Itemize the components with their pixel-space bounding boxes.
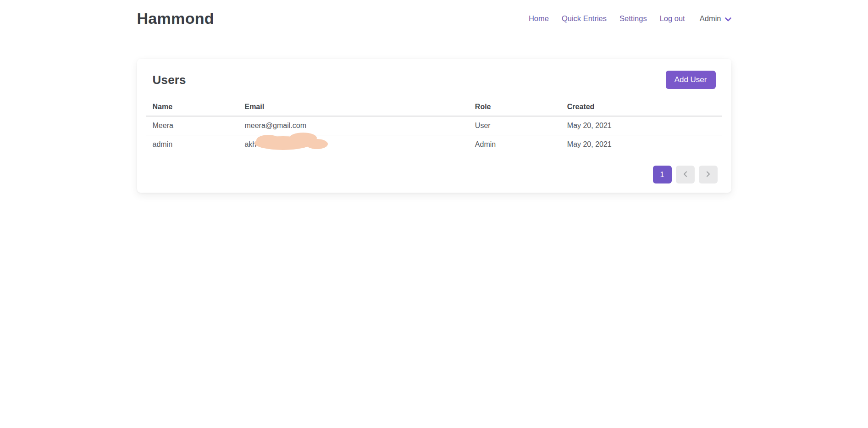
pagination-prev-button[interactable]	[676, 166, 695, 183]
nav-link-quick-entries[interactable]: Quick Entries	[562, 14, 607, 23]
cell-created: May 20, 2021	[561, 135, 722, 154]
page-button-1[interactable]: 1	[653, 166, 672, 183]
main-content: Users Add User Name Email Role Created M…	[137, 59, 731, 193]
column-header-role: Role	[469, 98, 561, 116]
chevron-left-icon	[683, 171, 687, 179]
cell-email: akh	[238, 135, 468, 154]
chevron-right-icon	[706, 171, 710, 179]
user-menu-label: Admin	[700, 14, 721, 23]
main-nav: Home Quick Entries Settings Log out Admi…	[529, 14, 731, 23]
users-card-header: Users Add User	[146, 71, 722, 89]
nav-link-logout[interactable]: Log out	[660, 14, 685, 23]
brand-logo[interactable]: Hammond	[137, 10, 214, 28]
cell-created: May 20, 2021	[561, 116, 722, 135]
users-table: Name Email Role Created Meera meera@gmai…	[146, 98, 722, 154]
table-row: Meera meera@gmail.com User May 20, 2021	[146, 116, 722, 135]
nav-link-home[interactable]: Home	[529, 14, 549, 23]
pagination-next-button[interactable]	[699, 166, 718, 183]
user-menu-toggle[interactable]: Admin	[700, 14, 731, 23]
table-row: admin akh	[146, 135, 722, 154]
cell-role: User	[469, 116, 561, 135]
users-card: Users Add User Name Email Role Created M…	[137, 59, 731, 193]
top-navbar: Hammond Home Quick Entries Settings Log …	[0, 0, 868, 37]
column-header-name: Name	[146, 98, 238, 116]
cell-role: Admin	[469, 135, 561, 154]
pagination: 1	[146, 166, 722, 183]
column-header-email: Email	[238, 98, 468, 116]
nav-link-settings[interactable]: Settings	[619, 14, 647, 23]
cell-email-text: akh	[244, 140, 256, 148]
cell-name: Meera	[146, 116, 238, 135]
table-header-row: Name Email Role Created	[146, 98, 722, 116]
add-user-button[interactable]: Add User	[666, 71, 716, 89]
page-title: Users	[153, 73, 186, 87]
column-header-created: Created	[561, 98, 722, 116]
chevron-down-icon	[725, 15, 731, 23]
cell-email: meera@gmail.com	[238, 116, 468, 135]
cell-name: admin	[146, 135, 238, 154]
